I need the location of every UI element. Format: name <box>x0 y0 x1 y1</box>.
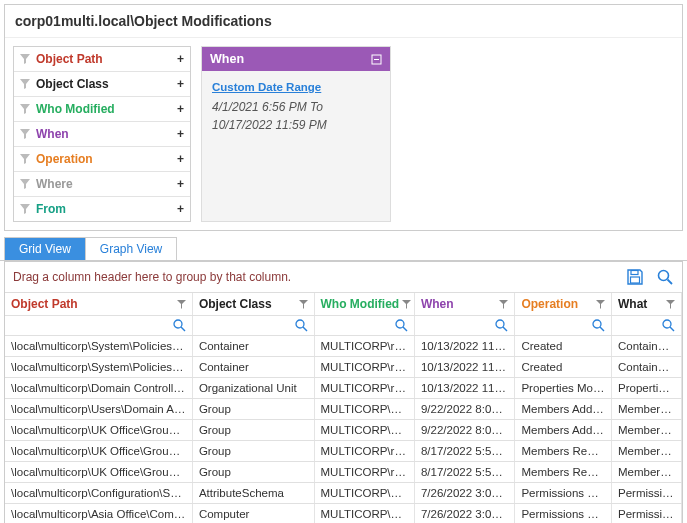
cell-class: Computer <box>193 504 315 523</box>
col-header-object-class[interactable]: Object Class <box>193 293 315 315</box>
col-search-0[interactable] <box>5 316 193 335</box>
sort-icon[interactable] <box>402 300 411 309</box>
page-title: corp01multi.local\Object Modifications <box>5 5 682 38</box>
cell-path: \local\multicorp\Domain Controllers <box>5 378 193 398</box>
cell-class: Container <box>193 357 315 377</box>
cell-what: Container Cr... <box>612 357 682 377</box>
table-row[interactable]: \local\multicorp\System\Policies\{05B...… <box>5 336 682 357</box>
cell-who: MULTICORP\russ... <box>315 462 415 482</box>
filter-list: Object Path + Object Class + Who Modifie… <box>13 46 191 222</box>
cell-when: 10/13/2022 11:34: <box>415 357 515 377</box>
magnifier-icon[interactable] <box>662 319 675 332</box>
sort-icon[interactable] <box>299 300 308 309</box>
filter-row-from[interactable]: From + <box>14 197 190 221</box>
filter-row-when[interactable]: When + <box>14 122 190 147</box>
cell-operation: Permissions Modified <box>515 483 612 503</box>
funnel-icon <box>20 129 30 139</box>
cell-operation: Properties Modified <box>515 378 612 398</box>
table-row[interactable]: \local\multicorp\UK Office\Groups\St... … <box>5 462 682 483</box>
plus-icon[interactable]: + <box>177 202 184 216</box>
cell-who: MULTICORP\Adn... <box>315 420 415 440</box>
col-search-5[interactable] <box>612 316 682 335</box>
date-range-link[interactable]: Custom Date Range <box>212 79 380 96</box>
filter-row-object-class[interactable]: Object Class + <box>14 72 190 97</box>
funnel-icon <box>20 204 30 214</box>
sort-icon[interactable] <box>596 300 605 309</box>
tab-graph-view[interactable]: Graph View <box>85 237 177 260</box>
table-row[interactable]: \local\multicorp\Configuration\Schem... … <box>5 483 682 504</box>
plus-icon[interactable]: + <box>177 152 184 166</box>
filter-label: Object Path <box>36 52 177 66</box>
save-icon[interactable] <box>626 268 644 286</box>
svg-line-15 <box>600 327 604 331</box>
table-row[interactable]: \local\multicorp\UK Office\Groups\Sal...… <box>5 420 682 441</box>
group-hint: Drag a column header here to group by th… <box>13 270 291 284</box>
cell-operation: Created <box>515 357 612 377</box>
cell-when: 8/17/2022 5:52:13 <box>415 441 515 461</box>
magnifier-icon[interactable] <box>295 319 308 332</box>
svg-point-10 <box>396 320 404 328</box>
cell-class: Group <box>193 420 315 440</box>
cell-when: 7/26/2022 3:07:19 <box>415 483 515 503</box>
plus-icon[interactable]: + <box>177 127 184 141</box>
magnifier-icon[interactable] <box>173 319 186 332</box>
sort-icon[interactable] <box>499 300 508 309</box>
when-card-title: When <box>210 52 244 66</box>
svg-line-13 <box>503 327 507 331</box>
col-header-who-modified[interactable]: Who Modified <box>315 293 415 315</box>
col-header-when[interactable]: When <box>415 293 515 315</box>
cell-who: MULTICORP\Adn... <box>315 483 415 503</box>
plus-icon[interactable]: + <box>177 52 184 66</box>
cell-path: \local\multicorp\Users\Domain Admins <box>5 399 193 419</box>
magnifier-icon[interactable] <box>592 319 605 332</box>
svg-rect-3 <box>631 277 640 283</box>
cell-operation: Members Removed <box>515 441 612 461</box>
funnel-icon <box>20 104 30 114</box>
search-icon[interactable] <box>656 268 674 286</box>
svg-point-14 <box>593 320 601 328</box>
cell-who: MULTICORP\Adn... <box>315 504 415 523</box>
filter-row-where[interactable]: Where + <box>14 172 190 197</box>
sort-icon[interactable] <box>666 300 675 309</box>
filter-row-operation[interactable]: Operation + <box>14 147 190 172</box>
plus-icon[interactable]: + <box>177 102 184 116</box>
table-row[interactable]: \local\multicorp\Asia Office\Computer...… <box>5 504 682 523</box>
cell-class: Group <box>193 399 315 419</box>
table-row[interactable]: \local\multicorp\UK Office\Groups\UK... … <box>5 441 682 462</box>
svg-point-6 <box>174 320 182 328</box>
col-header-operation[interactable]: Operation <box>515 293 612 315</box>
cell-class: AttributeSchema <box>193 483 315 503</box>
cell-path: \local\multicorp\UK Office\Groups\Sal... <box>5 420 193 440</box>
tab-grid-view[interactable]: Grid View <box>4 237 86 260</box>
plus-icon[interactable]: + <box>177 177 184 191</box>
date-range-line1: 4/1/2021 6:56 PM To <box>212 98 380 116</box>
filter-label: Operation <box>36 152 177 166</box>
magnifier-icon[interactable] <box>395 319 408 332</box>
col-header-object-path[interactable]: Object Path <box>5 293 193 315</box>
cell-operation: Created <box>515 336 612 356</box>
col-search-1[interactable] <box>193 316 315 335</box>
cell-class: Group <box>193 462 315 482</box>
filter-row-who-modified[interactable]: Who Modified + <box>14 97 190 122</box>
col-search-2[interactable] <box>315 316 415 335</box>
col-search-4[interactable] <box>515 316 612 335</box>
magnifier-icon[interactable] <box>495 319 508 332</box>
col-header-what[interactable]: What <box>612 293 682 315</box>
cell-path: \local\multicorp\Configuration\Schem... <box>5 483 193 503</box>
cell-what: Permissions M... <box>612 483 682 503</box>
svg-point-16 <box>663 320 671 328</box>
table-row[interactable]: \local\multicorp\Users\Domain Admins Gro… <box>5 399 682 420</box>
table-row[interactable]: \local\multicorp\System\Policies\{05B...… <box>5 357 682 378</box>
sort-icon[interactable] <box>177 300 186 309</box>
filter-row-object-path[interactable]: Object Path + <box>14 47 190 72</box>
filter-label: When <box>36 127 177 141</box>
cell-when: 9/22/2022 8:00:53 <box>415 420 515 440</box>
plus-icon[interactable]: + <box>177 77 184 91</box>
svg-point-8 <box>296 320 304 328</box>
collapse-icon[interactable] <box>371 54 382 65</box>
cell-when: 10/13/2022 11:34: <box>415 378 515 398</box>
col-search-3[interactable] <box>415 316 515 335</box>
cell-class: Organizational Unit <box>193 378 315 398</box>
cell-what: Container Cr... <box>612 336 682 356</box>
table-row[interactable]: \local\multicorp\Domain Controllers Orga… <box>5 378 682 399</box>
